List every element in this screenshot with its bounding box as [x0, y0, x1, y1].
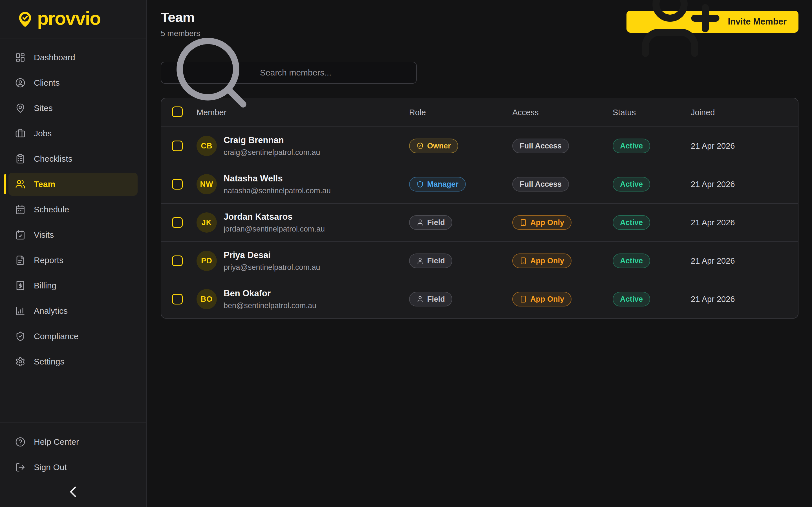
briefcase-icon: [15, 128, 26, 138]
gear-icon: [15, 356, 26, 367]
clients-icon: [15, 78, 26, 88]
row-checkbox[interactable]: [172, 294, 183, 304]
column-header-role: Role: [409, 108, 512, 117]
shield-check-icon: [15, 331, 26, 341]
bar-chart-icon: [15, 306, 26, 316]
sidebar-item-reports[interactable]: Reports: [8, 249, 138, 272]
sidebar-item-label: Checklists: [34, 154, 72, 164]
sidebar-collapse-button[interactable]: [64, 483, 82, 501]
sidebar-item-billing[interactable]: Billing: [8, 274, 138, 297]
row-checkbox[interactable]: [172, 256, 183, 266]
sidebar-item-sign-out[interactable]: Sign Out: [8, 456, 138, 479]
status-badge: Active: [613, 138, 650, 153]
role-badge: Field: [409, 253, 452, 268]
search-input[interactable]: [260, 68, 408, 77]
column-header-member: Member: [197, 108, 409, 117]
sidebar-item-label: Settings: [34, 357, 64, 367]
shield-small-icon: [416, 180, 424, 188]
logo-pin-icon: [16, 10, 34, 29]
joined-date: 21 Apr 2026: [691, 218, 798, 227]
sidebar-item-sites[interactable]: Sites: [8, 97, 138, 120]
avatar: CB: [197, 136, 217, 156]
search-box: [161, 62, 417, 83]
sidebar-item-label: Analytics: [34, 306, 68, 316]
member-name: Natasha Wells: [223, 173, 331, 184]
sidebar-item-team[interactable]: Team: [8, 173, 138, 196]
sidebar-item-label: Sites: [34, 103, 53, 113]
sidebar-item-help-center[interactable]: Help Center: [8, 431, 138, 453]
logo: provvio: [0, 0, 146, 39]
table-row[interactable]: JK Jordan Katsaros jordan@sentinelpatrol…: [161, 203, 798, 241]
access-badge: Full Access: [512, 138, 569, 153]
table-body: CB Craig Brennan craig@sentinelpatrol.co…: [161, 126, 798, 318]
joined-date: 21 Apr 2026: [691, 180, 798, 189]
page-title: Team: [161, 10, 200, 25]
table-row[interactable]: NW Natasha Wells natasha@sentinelpatrol.…: [161, 165, 798, 203]
table-row[interactable]: CB Craig Brennan craig@sentinelpatrol.co…: [161, 126, 798, 165]
avatar: BO: [197, 289, 217, 309]
access-badge: App Only: [512, 253, 571, 268]
member-cell: PD Priya Desai priya@sentinelpatrol.com.…: [197, 250, 409, 272]
row-checkbox[interactable]: [172, 140, 183, 151]
sidebar-item-label: Visits: [34, 230, 54, 240]
table-row[interactable]: BO Ben Okafor ben@sentinelpatrol.com.au …: [161, 280, 798, 318]
role-badge: Field: [409, 292, 452, 306]
page-header: Team 5 members Invite Member: [161, 10, 799, 38]
shield-check-small-icon: [416, 142, 424, 150]
access-badge: App Only: [512, 292, 571, 306]
sidebar-item-visits[interactable]: Visits: [8, 223, 138, 246]
sidebar-nav: Dashboard Clients Sites Jobs Checklists …: [0, 39, 146, 422]
calendar-check-icon: [15, 230, 26, 240]
member-cell: NW Natasha Wells natasha@sentinelpatrol.…: [197, 173, 409, 195]
sidebar-item-jobs[interactable]: Jobs: [8, 122, 138, 145]
member-email: priya@sentinelpatrol.com.au: [223, 263, 320, 272]
sidebar-item-label: Sign Out: [34, 462, 67, 472]
member-cell: CB Craig Brennan craig@sentinelpatrol.co…: [197, 135, 409, 157]
member-email: natasha@sentinelpatrol.com.au: [223, 186, 331, 195]
sign-out-icon: [15, 462, 26, 472]
access-badge: Full Access: [512, 177, 569, 191]
members-table: Member Role Access Status Joined CB Crai…: [161, 98, 799, 319]
search-icon: [169, 31, 254, 115]
member-cell: BO Ben Okafor ben@sentinelpatrol.com.au: [197, 288, 409, 310]
sidebar-item-settings[interactable]: Settings: [8, 350, 138, 373]
chevron-left-icon: [64, 483, 82, 501]
sidebar-item-dashboard[interactable]: Dashboard: [8, 46, 138, 69]
invite-member-label: Invite Member: [728, 17, 786, 27]
sidebar-item-checklists[interactable]: Checklists: [8, 147, 138, 170]
role-badge: Field: [409, 215, 452, 230]
map-pin-icon: [15, 103, 26, 113]
member-email: craig@sentinelpatrol.com.au: [223, 148, 320, 157]
user-small-icon: [416, 295, 424, 303]
row-checkbox[interactable]: [172, 217, 183, 228]
member-name: Jordan Katsaros: [223, 212, 325, 222]
status-badge: Active: [613, 253, 650, 268]
column-header-status: Status: [613, 108, 691, 117]
sidebar-item-clients[interactable]: Clients: [8, 71, 138, 94]
sidebar-item-compliance[interactable]: Compliance: [8, 325, 138, 348]
row-checkbox[interactable]: [172, 179, 183, 189]
user-small-icon: [416, 219, 424, 226]
sidebar-item-label: Clients: [34, 78, 60, 88]
sidebar-item-analytics[interactable]: Analytics: [8, 299, 138, 323]
sidebar-item-schedule[interactable]: Schedule: [8, 198, 138, 221]
select-all-checkbox[interactable]: [172, 107, 183, 117]
sidebar-footer-items: Help Center Sign Out: [0, 431, 146, 479]
user-small-icon: [416, 257, 424, 265]
member-name: Ben Okafor: [223, 288, 316, 298]
invite-member-button[interactable]: Invite Member: [626, 11, 799, 33]
role-badge: Manager: [409, 177, 466, 191]
clipboard-icon: [15, 154, 26, 164]
sidebar-item-label: Team: [34, 179, 55, 189]
avatar: PD: [197, 251, 217, 271]
status-badge: Active: [613, 177, 650, 191]
main-content: Team 5 members Invite Member Member Role…: [147, 0, 812, 507]
member-name: Craig Brennan: [223, 135, 320, 145]
table-row[interactable]: PD Priya Desai priya@sentinelpatrol.com.…: [161, 241, 798, 280]
avatar: JK: [197, 212, 217, 233]
sidebar-item-label: Compliance: [34, 332, 79, 341]
sidebar-item-label: Dashboard: [34, 53, 75, 62]
user-plus-icon: [638, 0, 723, 64]
sidebar-item-label: Jobs: [34, 129, 52, 138]
member-email: jordan@sentinelpatrol.com.au: [223, 225, 325, 233]
